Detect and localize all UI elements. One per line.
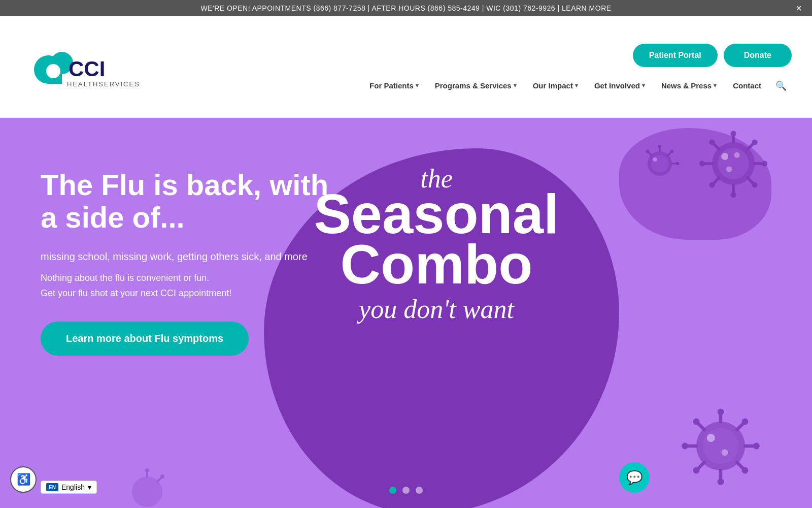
accessibility-button[interactable]: ♿ xyxy=(10,466,37,493)
seasonal-dont-want: you don't want xyxy=(284,294,589,324)
svg-line-61 xyxy=(157,478,161,482)
nav-item-programs-services[interactable]: Programs & Services ▾ xyxy=(428,77,524,94)
svg-point-3 xyxy=(46,64,60,78)
carousel-dot-2[interactable] xyxy=(402,487,410,494)
nav-item-get-involved[interactable]: Get Involved ▾ xyxy=(587,77,652,94)
svg-line-44 xyxy=(737,423,743,430)
seasonal-combo: SeasonalCombo xyxy=(284,188,589,289)
accessibility-icon: ♿ xyxy=(17,473,30,486)
nav-label-news-press: News & Press xyxy=(661,81,712,90)
svg-point-62 xyxy=(160,474,164,479)
carousel-dots xyxy=(389,487,423,494)
header: CCI HEALTHSERVICES Patient Portal Donate… xyxy=(0,16,812,118)
svg-point-26 xyxy=(709,139,715,145)
svg-point-53 xyxy=(693,467,700,474)
svg-point-22 xyxy=(709,182,715,187)
learn-more-flu-button[interactable]: Learn more about Flu symptoms xyxy=(41,322,249,356)
svg-point-18 xyxy=(752,182,757,187)
svg-point-49 xyxy=(742,467,749,474)
svg-point-7 xyxy=(718,148,749,179)
svg-point-14 xyxy=(752,139,757,145)
svg-point-29 xyxy=(653,157,657,162)
svg-point-57 xyxy=(693,419,700,425)
svg-point-12 xyxy=(730,131,736,137)
virus-icon-bottom-right xyxy=(680,405,761,489)
nav-item-for-patients[interactable]: For Patients ▾ xyxy=(362,77,426,94)
language-name: English xyxy=(61,483,85,491)
virus-icon-bottom-center xyxy=(122,466,173,508)
banner-close-button[interactable]: × xyxy=(796,3,802,14)
svg-point-45 xyxy=(742,419,749,425)
svg-point-8 xyxy=(721,153,728,160)
svg-point-24 xyxy=(699,161,705,166)
hero-section: The Flu is back, with a side of... missi… xyxy=(0,118,812,508)
svg-point-39 xyxy=(703,428,738,464)
chevron-down-icon: ▾ xyxy=(575,82,578,89)
svg-point-60 xyxy=(145,468,149,472)
carousel-dot-1[interactable] xyxy=(389,487,396,494)
svg-line-32 xyxy=(668,152,671,155)
svg-line-48 xyxy=(737,462,743,469)
svg-point-37 xyxy=(646,150,649,153)
nav-label-for-patients: For Patients xyxy=(369,81,414,90)
seasonal-combo-text: the SeasonalCombo you don't want xyxy=(284,164,589,324)
logo-area: CCI HEALTHSERVICES xyxy=(20,37,162,98)
svg-line-13 xyxy=(748,144,753,149)
nav-label-programs-services: Programs & Services xyxy=(435,81,512,90)
virus-icon-top-right xyxy=(695,128,771,201)
nav-label-get-involved: Get Involved xyxy=(594,81,640,90)
svg-point-10 xyxy=(726,167,732,172)
header-right: Patient Portal Donate For Patients ▾ Pro… xyxy=(362,39,792,96)
chat-button[interactable]: 💬 xyxy=(619,462,650,493)
svg-point-55 xyxy=(682,443,688,450)
svg-text:HEALTHSERVICES: HEALTHSERVICES xyxy=(67,80,140,88)
main-nav: For Patients ▾ Programs & Services ▾ Our… xyxy=(362,76,792,96)
hero-body-line2: Get your flu shot at your next CCI appoi… xyxy=(41,288,231,298)
svg-point-9 xyxy=(734,152,739,158)
chat-icon: 💬 xyxy=(626,470,642,486)
language-selector[interactable]: EN English ▾ xyxy=(41,481,97,494)
nav-item-our-impact[interactable]: Our Impact ▾ xyxy=(526,77,585,94)
svg-point-47 xyxy=(753,443,760,450)
svg-point-41 xyxy=(722,449,728,456)
language-flag: EN xyxy=(46,483,58,491)
svg-point-40 xyxy=(707,434,715,442)
svg-line-17 xyxy=(748,178,753,183)
carousel-dot-3[interactable] xyxy=(416,487,423,494)
top-banner: WE'RE OPEN! APPOINTMENTS (866) 877-7258 … xyxy=(0,0,812,16)
header-buttons: Patient Portal Donate xyxy=(633,44,792,67)
cci-logo[interactable]: CCI HEALTHSERVICES xyxy=(20,37,162,98)
svg-point-16 xyxy=(762,161,767,166)
chevron-down-icon: ▾ xyxy=(416,82,419,89)
donate-button[interactable]: Donate xyxy=(724,44,792,67)
svg-line-36 xyxy=(649,152,652,155)
nav-item-news-press[interactable]: News & Press ▾ xyxy=(654,77,724,94)
nav-item-contact[interactable]: Contact xyxy=(726,77,768,94)
svg-text:CCI: CCI xyxy=(69,57,105,81)
virus-icon-top-right-small xyxy=(639,143,680,186)
svg-point-43 xyxy=(718,408,724,415)
nav-label-contact: Contact xyxy=(733,81,761,90)
svg-point-28 xyxy=(651,154,668,172)
search-icon[interactable]: 🔍 xyxy=(770,76,792,96)
svg-point-20 xyxy=(730,192,736,198)
banner-text: WE'RE OPEN! APPOINTMENTS (866) 877-7258 … xyxy=(200,4,611,12)
svg-line-25 xyxy=(714,144,719,149)
svg-point-33 xyxy=(670,150,673,153)
svg-line-21 xyxy=(714,178,719,183)
svg-point-35 xyxy=(676,162,679,165)
svg-line-56 xyxy=(698,423,704,430)
chevron-down-icon: ▾ xyxy=(514,82,517,89)
nav-label-our-impact: Our Impact xyxy=(533,81,573,90)
patient-portal-button[interactable]: Patient Portal xyxy=(633,44,718,67)
chevron-down-icon: ▾ xyxy=(88,483,91,491)
svg-line-52 xyxy=(698,462,704,469)
chevron-down-icon: ▾ xyxy=(642,82,645,89)
svg-point-31 xyxy=(658,145,661,148)
chevron-down-icon: ▾ xyxy=(714,82,717,89)
svg-point-51 xyxy=(718,479,724,485)
hero-body-line1: Nothing about the flu is convenient or f… xyxy=(41,273,209,283)
